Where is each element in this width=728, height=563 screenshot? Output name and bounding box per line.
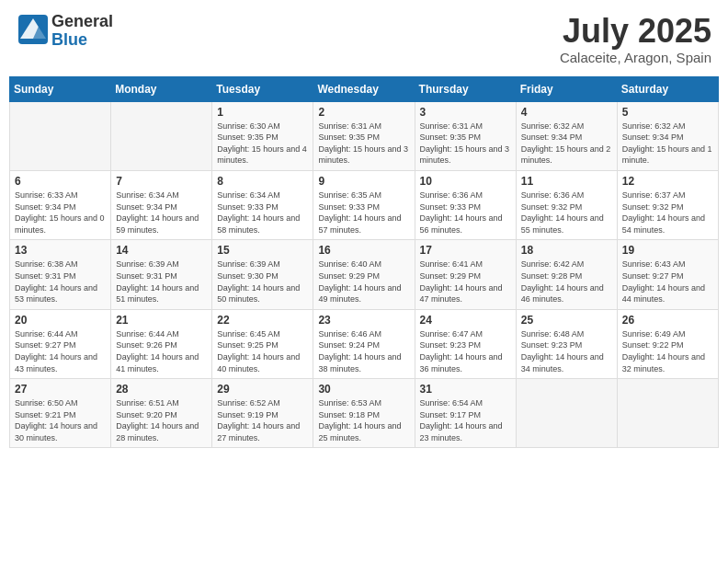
calendar-cell: 18Sunrise: 6:42 AMSunset: 9:28 PMDayligh… — [516, 240, 617, 309]
weekday-header-tuesday: Tuesday — [212, 76, 313, 101]
calendar-cell: 19Sunrise: 6:43 AMSunset: 9:27 PMDayligh… — [617, 240, 718, 309]
calendar-cell: 17Sunrise: 6:41 AMSunset: 9:29 PMDayligh… — [415, 240, 516, 309]
day-info: Sunrise: 6:42 AMSunset: 9:28 PMDaylight:… — [521, 259, 612, 304]
weekday-header-monday: Monday — [111, 76, 212, 101]
day-info: Sunrise: 6:45 AMSunset: 9:25 PMDaylight:… — [217, 328, 308, 374]
weekday-header-sunday: Sunday — [10, 76, 111, 101]
day-number: 19 — [622, 244, 713, 257]
calendar-cell: 23Sunrise: 6:46 AMSunset: 9:24 PMDayligh… — [313, 309, 415, 378]
calendar-cell: 27Sunrise: 6:50 AMSunset: 9:21 PMDayligh… — [10, 379, 111, 448]
day-info: Sunrise: 6:32 AMSunset: 9:34 PMDaylight:… — [622, 121, 713, 167]
day-number: 21 — [116, 314, 207, 327]
day-info: Sunrise: 6:44 AMSunset: 9:27 PMDaylight:… — [15, 328, 106, 374]
day-info: Sunrise: 6:49 AMSunset: 9:22 PMDaylight:… — [622, 328, 713, 374]
day-info: Sunrise: 6:33 AMSunset: 9:34 PMDaylight:… — [15, 190, 106, 236]
day-number: 10 — [420, 175, 511, 188]
day-info: Sunrise: 6:36 AMSunset: 9:32 PMDaylight:… — [521, 190, 612, 236]
calendar-cell: 26Sunrise: 6:49 AMSunset: 9:22 PMDayligh… — [617, 309, 718, 378]
day-number: 16 — [318, 244, 409, 257]
day-number: 3 — [420, 106, 511, 119]
logo-general-text: General — [51, 13, 113, 31]
weekday-header-saturday: Saturday — [617, 76, 718, 101]
logo-graphic — [17, 13, 50, 50]
weekday-header-thursday: Thursday — [415, 76, 516, 101]
logo: General Blue — [17, 13, 113, 50]
day-info: Sunrise: 6:44 AMSunset: 9:26 PMDaylight:… — [116, 328, 207, 374]
day-info: Sunrise: 6:31 AMSunset: 9:35 PMDaylight:… — [318, 121, 409, 167]
day-number: 26 — [622, 314, 713, 327]
calendar-cell — [516, 379, 617, 448]
day-info: Sunrise: 6:37 AMSunset: 9:32 PMDaylight:… — [622, 190, 713, 236]
day-number: 12 — [622, 175, 713, 188]
day-info: Sunrise: 6:39 AMSunset: 9:30 PMDaylight:… — [217, 259, 308, 304]
calendar-table: SundayMondayTuesdayWednesdayThursdayFrid… — [9, 76, 719, 449]
calendar-cell: 15Sunrise: 6:39 AMSunset: 9:30 PMDayligh… — [212, 240, 313, 309]
calendar-cell: 14Sunrise: 6:39 AMSunset: 9:31 PMDayligh… — [111, 240, 212, 309]
calendar-cell: 4Sunrise: 6:32 AMSunset: 9:34 PMDaylight… — [516, 101, 617, 170]
day-number: 24 — [420, 314, 511, 327]
day-number: 13 — [15, 244, 106, 257]
day-number: 22 — [217, 314, 308, 327]
day-number: 17 — [420, 244, 511, 257]
calendar-cell: 29Sunrise: 6:52 AMSunset: 9:19 PMDayligh… — [212, 379, 313, 448]
calendar-cell: 25Sunrise: 6:48 AMSunset: 9:23 PMDayligh… — [516, 309, 617, 378]
calendar-cell — [10, 101, 111, 170]
calendar-cell: 9Sunrise: 6:35 AMSunset: 9:33 PMDaylight… — [313, 170, 415, 239]
day-info: Sunrise: 6:54 AMSunset: 9:17 PMDaylight:… — [420, 397, 511, 443]
weekday-header-row: SundayMondayTuesdayWednesdayThursdayFrid… — [10, 76, 719, 101]
day-number: 14 — [116, 244, 207, 257]
day-info: Sunrise: 6:41 AMSunset: 9:29 PMDaylight:… — [420, 259, 511, 304]
calendar-cell: 24Sunrise: 6:47 AMSunset: 9:23 PMDayligh… — [415, 309, 516, 378]
day-number: 5 — [622, 106, 713, 119]
day-number: 9 — [318, 175, 409, 188]
month-title: July 2025 — [560, 13, 711, 50]
day-number: 30 — [318, 383, 409, 396]
day-info: Sunrise: 6:35 AMSunset: 9:33 PMDaylight:… — [318, 190, 409, 236]
day-info: Sunrise: 6:39 AMSunset: 9:31 PMDaylight:… — [116, 259, 207, 304]
day-number: 6 — [15, 175, 106, 188]
day-info: Sunrise: 6:31 AMSunset: 9:35 PMDaylight:… — [420, 121, 511, 167]
calendar-cell: 16Sunrise: 6:40 AMSunset: 9:29 PMDayligh… — [313, 240, 415, 309]
day-info: Sunrise: 6:30 AMSunset: 9:35 PMDaylight:… — [217, 121, 308, 167]
day-number: 8 — [217, 175, 308, 188]
location-title: Calaceite, Aragon, Spain — [560, 50, 711, 65]
day-info: Sunrise: 6:53 AMSunset: 9:18 PMDaylight:… — [318, 397, 409, 443]
day-number: 28 — [116, 383, 207, 396]
calendar-cell: 6Sunrise: 6:33 AMSunset: 9:34 PMDaylight… — [10, 170, 111, 239]
calendar-cell: 13Sunrise: 6:38 AMSunset: 9:31 PMDayligh… — [10, 240, 111, 309]
day-number: 29 — [217, 383, 308, 396]
day-number: 18 — [521, 244, 612, 257]
day-info: Sunrise: 6:48 AMSunset: 9:23 PMDaylight:… — [521, 328, 612, 374]
calendar-week-row: 1Sunrise: 6:30 AMSunset: 9:35 PMDaylight… — [10, 101, 719, 170]
day-number: 23 — [318, 314, 409, 327]
calendar-cell — [111, 101, 212, 170]
day-info: Sunrise: 6:50 AMSunset: 9:21 PMDaylight:… — [15, 397, 106, 443]
calendar-cell: 31Sunrise: 6:54 AMSunset: 9:17 PMDayligh… — [415, 379, 516, 448]
calendar-cell: 2Sunrise: 6:31 AMSunset: 9:35 PMDaylight… — [313, 101, 415, 170]
day-info: Sunrise: 6:52 AMSunset: 9:19 PMDaylight:… — [217, 397, 308, 443]
calendar-cell: 20Sunrise: 6:44 AMSunset: 9:27 PMDayligh… — [10, 309, 111, 378]
day-info: Sunrise: 6:34 AMSunset: 9:34 PMDaylight:… — [116, 190, 207, 236]
weekday-header-wednesday: Wednesday — [313, 76, 415, 101]
day-number: 1 — [217, 106, 308, 119]
day-info: Sunrise: 6:40 AMSunset: 9:29 PMDaylight:… — [318, 259, 409, 304]
day-info: Sunrise: 6:51 AMSunset: 9:20 PMDaylight:… — [116, 397, 207, 443]
page-header: General Blue July 2025 Calaceite, Aragon… — [9, 9, 719, 69]
calendar-week-row: 13Sunrise: 6:38 AMSunset: 9:31 PMDayligh… — [10, 240, 719, 309]
day-number: 20 — [15, 314, 106, 327]
calendar-cell: 3Sunrise: 6:31 AMSunset: 9:35 PMDaylight… — [415, 101, 516, 170]
calendar-cell: 12Sunrise: 6:37 AMSunset: 9:32 PMDayligh… — [617, 170, 718, 239]
day-number: 2 — [318, 106, 409, 119]
day-info: Sunrise: 6:46 AMSunset: 9:24 PMDaylight:… — [318, 328, 409, 374]
day-info: Sunrise: 6:47 AMSunset: 9:23 PMDaylight:… — [420, 328, 511, 374]
day-number: 15 — [217, 244, 308, 257]
calendar-cell: 11Sunrise: 6:36 AMSunset: 9:32 PMDayligh… — [516, 170, 617, 239]
day-info: Sunrise: 6:38 AMSunset: 9:31 PMDaylight:… — [15, 259, 106, 304]
calendar-cell: 7Sunrise: 6:34 AMSunset: 9:34 PMDaylight… — [111, 170, 212, 239]
day-number: 25 — [521, 314, 612, 327]
calendar-cell: 10Sunrise: 6:36 AMSunset: 9:33 PMDayligh… — [415, 170, 516, 239]
calendar-cell — [617, 379, 718, 448]
day-info: Sunrise: 6:36 AMSunset: 9:33 PMDaylight:… — [420, 190, 511, 236]
day-number: 7 — [116, 175, 207, 188]
calendar-cell: 22Sunrise: 6:45 AMSunset: 9:25 PMDayligh… — [212, 309, 313, 378]
